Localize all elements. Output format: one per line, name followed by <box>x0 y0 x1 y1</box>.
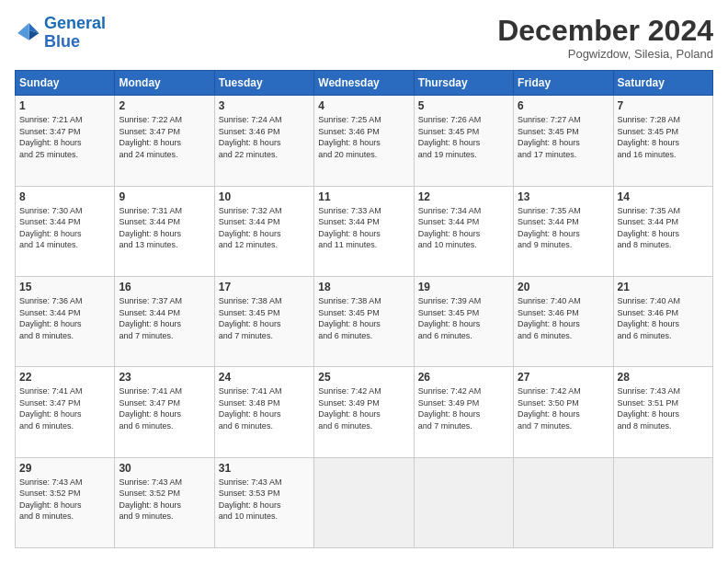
calendar-week-1: 1Sunrise: 7:21 AMSunset: 3:47 PMDaylight… <box>16 96 713 186</box>
day-number: 29 <box>19 462 110 475</box>
day-number: 10 <box>219 190 310 203</box>
day-number: 27 <box>518 371 609 384</box>
logo-blue: Blue <box>44 32 80 51</box>
title-block: December 2024 Pogwizdow, Silesia, Poland <box>497 15 713 61</box>
day-number: 31 <box>219 462 310 475</box>
day-number: 6 <box>518 99 609 112</box>
day-info: Sunrise: 7:40 AMSunset: 3:46 PMDaylight:… <box>518 295 609 341</box>
day-number: 13 <box>518 190 609 203</box>
calendar-week-5: 29Sunrise: 7:43 AMSunset: 3:52 PMDayligh… <box>16 457 713 547</box>
day-info: Sunrise: 7:26 AMSunset: 3:45 PMDaylight:… <box>418 114 509 160</box>
calendar-cell: 25Sunrise: 7:42 AMSunset: 3:49 PMDayligh… <box>314 367 414 457</box>
col-friday: Friday <box>514 71 613 96</box>
col-tuesday: Tuesday <box>214 71 313 96</box>
day-info: Sunrise: 7:31 AMSunset: 3:44 PMDaylight:… <box>119 205 210 251</box>
calendar-body: 1Sunrise: 7:21 AMSunset: 3:47 PMDaylight… <box>16 96 713 548</box>
day-number: 8 <box>19 190 110 203</box>
col-saturday: Saturday <box>613 71 712 96</box>
day-number: 23 <box>119 371 210 384</box>
header-row: Sunday Monday Tuesday Wednesday Thursday… <box>16 71 713 96</box>
logo: General Blue <box>15 15 106 52</box>
day-info: Sunrise: 7:40 AMSunset: 3:46 PMDaylight:… <box>618 295 709 341</box>
day-number: 4 <box>318 99 409 112</box>
day-info: Sunrise: 7:43 AMSunset: 3:52 PMDaylight:… <box>19 477 110 523</box>
calendar-cell: 30Sunrise: 7:43 AMSunset: 3:52 PMDayligh… <box>115 457 214 547</box>
calendar-cell: 1Sunrise: 7:21 AMSunset: 3:47 PMDaylight… <box>16 96 115 186</box>
logo-general: General <box>44 14 106 32</box>
header: General Blue December 2024 Pogwizdow, Si… <box>15 15 713 61</box>
day-info: Sunrise: 7:42 AMSunset: 3:49 PMDaylight:… <box>318 385 409 431</box>
day-info: Sunrise: 7:43 AMSunset: 3:53 PMDaylight:… <box>219 477 310 523</box>
calendar-subtitle: Pogwizdow, Silesia, Poland <box>497 47 713 61</box>
calendar-cell: 22Sunrise: 7:41 AMSunset: 3:47 PMDayligh… <box>16 367 115 457</box>
day-number: 30 <box>119 462 210 475</box>
calendar-cell: 24Sunrise: 7:41 AMSunset: 3:48 PMDayligh… <box>214 367 313 457</box>
day-number: 9 <box>119 190 210 203</box>
day-number: 14 <box>618 190 709 203</box>
day-info: Sunrise: 7:30 AMSunset: 3:44 PMDaylight:… <box>19 205 110 251</box>
calendar-cell: 27Sunrise: 7:42 AMSunset: 3:50 PMDayligh… <box>514 367 613 457</box>
calendar-cell: 14Sunrise: 7:35 AMSunset: 3:44 PMDayligh… <box>613 186 712 276</box>
day-info: Sunrise: 7:32 AMSunset: 3:44 PMDaylight:… <box>219 205 310 251</box>
calendar-cell: 4Sunrise: 7:25 AMSunset: 3:46 PMDaylight… <box>314 96 414 186</box>
day-number: 18 <box>318 281 409 293</box>
day-number: 24 <box>219 371 310 384</box>
calendar-cell: 10Sunrise: 7:32 AMSunset: 3:44 PMDayligh… <box>214 186 313 276</box>
logo-text: General Blue <box>44 15 106 52</box>
day-info: Sunrise: 7:34 AMSunset: 3:44 PMDaylight:… <box>418 205 509 251</box>
day-number: 11 <box>318 190 409 203</box>
calendar-cell: 29Sunrise: 7:43 AMSunset: 3:52 PMDayligh… <box>16 457 115 547</box>
calendar-cell: 5Sunrise: 7:26 AMSunset: 3:45 PMDaylight… <box>414 96 513 186</box>
day-info: Sunrise: 7:43 AMSunset: 3:51 PMDaylight:… <box>618 385 709 431</box>
calendar-table: Sunday Monday Tuesday Wednesday Thursday… <box>15 70 713 548</box>
calendar-header: Sunday Monday Tuesday Wednesday Thursday… <box>16 71 713 96</box>
day-info: Sunrise: 7:39 AMSunset: 3:45 PMDaylight:… <box>418 295 509 341</box>
day-info: Sunrise: 7:35 AMSunset: 3:44 PMDaylight:… <box>518 205 609 251</box>
calendar-cell: 21Sunrise: 7:40 AMSunset: 3:46 PMDayligh… <box>613 276 712 366</box>
day-number: 3 <box>219 99 310 112</box>
day-number: 26 <box>418 371 509 384</box>
day-number: 7 <box>618 99 709 112</box>
logo-icon <box>15 20 40 46</box>
day-info: Sunrise: 7:25 AMSunset: 3:46 PMDaylight:… <box>318 114 409 160</box>
day-info: Sunrise: 7:33 AMSunset: 3:44 PMDaylight:… <box>318 205 409 251</box>
day-number: 15 <box>19 281 110 293</box>
svg-marker-2 <box>17 23 28 40</box>
calendar-cell: 31Sunrise: 7:43 AMSunset: 3:53 PMDayligh… <box>214 457 313 547</box>
day-info: Sunrise: 7:22 AMSunset: 3:47 PMDaylight:… <box>119 114 210 160</box>
calendar-cell: 7Sunrise: 7:28 AMSunset: 3:45 PMDaylight… <box>613 96 712 186</box>
calendar-title: December 2024 <box>497 15 713 47</box>
day-number: 16 <box>119 281 210 293</box>
day-number: 12 <box>418 190 509 203</box>
calendar-cell <box>314 457 414 547</box>
calendar-cell: 18Sunrise: 7:38 AMSunset: 3:45 PMDayligh… <box>314 276 414 366</box>
day-number: 28 <box>618 371 709 384</box>
day-info: Sunrise: 7:42 AMSunset: 3:50 PMDaylight:… <box>518 385 609 431</box>
col-monday: Monday <box>115 71 214 96</box>
day-number: 5 <box>418 99 509 112</box>
page: General Blue December 2024 Pogwizdow, Si… <box>0 0 728 563</box>
calendar-cell <box>414 457 513 547</box>
calendar-cell: 11Sunrise: 7:33 AMSunset: 3:44 PMDayligh… <box>314 186 414 276</box>
day-number: 17 <box>219 281 310 293</box>
col-wednesday: Wednesday <box>314 71 414 96</box>
day-number: 19 <box>418 281 509 293</box>
day-info: Sunrise: 7:41 AMSunset: 3:47 PMDaylight:… <box>119 385 210 431</box>
calendar-cell: 3Sunrise: 7:24 AMSunset: 3:46 PMDaylight… <box>214 96 313 186</box>
day-info: Sunrise: 7:28 AMSunset: 3:45 PMDaylight:… <box>618 114 709 160</box>
calendar-cell: 13Sunrise: 7:35 AMSunset: 3:44 PMDayligh… <box>514 186 613 276</box>
calendar-cell: 19Sunrise: 7:39 AMSunset: 3:45 PMDayligh… <box>414 276 513 366</box>
day-info: Sunrise: 7:21 AMSunset: 3:47 PMDaylight:… <box>19 114 110 160</box>
day-info: Sunrise: 7:41 AMSunset: 3:47 PMDaylight:… <box>19 385 110 431</box>
col-thursday: Thursday <box>414 71 513 96</box>
calendar-cell: 9Sunrise: 7:31 AMSunset: 3:44 PMDaylight… <box>115 186 214 276</box>
calendar-week-4: 22Sunrise: 7:41 AMSunset: 3:47 PMDayligh… <box>16 367 713 457</box>
calendar-cell <box>514 457 613 547</box>
day-info: Sunrise: 7:43 AMSunset: 3:52 PMDaylight:… <box>119 477 210 523</box>
calendar-cell: 17Sunrise: 7:38 AMSunset: 3:45 PMDayligh… <box>214 276 313 366</box>
day-number: 22 <box>19 371 110 384</box>
day-info: Sunrise: 7:27 AMSunset: 3:45 PMDaylight:… <box>518 114 609 160</box>
day-info: Sunrise: 7:24 AMSunset: 3:46 PMDaylight:… <box>219 114 310 160</box>
col-sunday: Sunday <box>16 71 115 96</box>
day-info: Sunrise: 7:35 AMSunset: 3:44 PMDaylight:… <box>618 205 709 251</box>
